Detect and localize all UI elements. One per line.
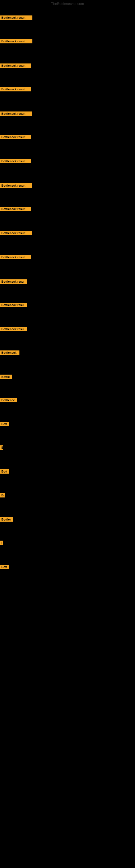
site-title: TheBottlenecker.com (0, 2, 135, 6)
bottleneck-badge-13: Bottleneck resu (0, 303, 27, 307)
bottleneck-badge-10: Bottleneck result (0, 231, 32, 235)
bottleneck-badge-24: Bott (0, 565, 9, 569)
bottleneck-badge-6: Bottleneck result (0, 135, 31, 139)
bottleneck-badge-2: Bottleneck result (0, 39, 32, 43)
bottleneck-badge-8: Bottleneck result (0, 183, 32, 188)
bottleneck-badge-23: | (0, 540, 3, 545)
bottleneck-badge-4: Bottleneck result (0, 87, 31, 91)
bottleneck-badge-5: Bottleneck result (0, 112, 32, 116)
bottleneck-badge-18: Bott (0, 422, 9, 426)
bottleneck-badge-20: Bott (0, 469, 9, 474)
bottleneck-badge-16: Bottle (0, 375, 12, 379)
bottleneck-badge-1: Bottleneck result (0, 16, 32, 20)
bottleneck-badge-21: Bo (0, 493, 5, 497)
bottleneck-badge-7: Bottleneck result (0, 159, 31, 163)
bottleneck-badge-15: Bottleneck (0, 350, 19, 355)
bottleneck-badge-19: B (0, 445, 3, 450)
bottleneck-badge-17: Bottlenec (0, 398, 17, 402)
bottleneck-badge-11: Bottleneck result (0, 255, 31, 259)
bottleneck-badge-3: Bottleneck result (0, 63, 31, 68)
bottleneck-badge-22: Bottler (0, 517, 13, 522)
bottleneck-badge-14: Bottleneck resu (0, 327, 27, 331)
bottleneck-badge-12: Bottleneck resu (0, 279, 27, 284)
bottleneck-badge-9: Bottleneck result (0, 207, 31, 211)
